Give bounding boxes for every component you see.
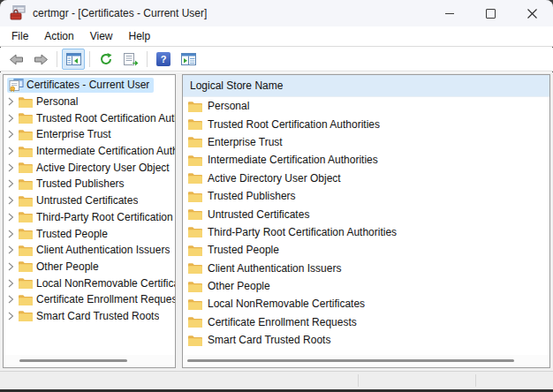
menu-file[interactable]: File (4, 27, 36, 45)
tree-item[interactable]: Active Directory User Object (4, 159, 175, 176)
list-item-label: Trusted Root Certification Authorities (208, 118, 380, 131)
forward-button[interactable] (29, 49, 52, 70)
tree-item[interactable]: Client Authentication Issuers (4, 242, 175, 259)
folder-icon (188, 191, 206, 202)
list-item-label: Trusted People (208, 244, 279, 256)
chevron-right-icon[interactable] (4, 213, 18, 222)
chevron-right-icon[interactable] (4, 163, 18, 172)
menu-view[interactable]: View (82, 27, 121, 45)
chevron-right-icon[interactable] (4, 279, 18, 288)
folder-icon (18, 211, 34, 222)
list-item[interactable]: Certificate Enrollment Requests (183, 313, 549, 331)
chevron-right-icon[interactable] (4, 114, 18, 123)
list-item-label: Local NonRemovable Certificates (208, 298, 365, 310)
tree-item[interactable]: Other People (4, 259, 175, 275)
chevron-right-icon[interactable] (4, 130, 18, 139)
folder-icon (18, 245, 34, 256)
tree-item[interactable]: Intermediate Certification Authorities (4, 143, 175, 160)
list-item[interactable]: Trusted People (183, 241, 549, 259)
console-tree: Certificates - Current User Personal (4, 77, 175, 324)
right-horizontal-scrollbar[interactable] (183, 355, 549, 366)
chevron-right-icon[interactable] (4, 147, 18, 155)
chevron-right-icon[interactable] (4, 230, 18, 238)
store-list-panel: Logical Store Name Personal Trusted Root… (182, 74, 550, 368)
certificate-store-icon (9, 79, 24, 92)
tree-item[interactable]: Trusted Root Certification Authorities (4, 109, 175, 126)
tree-item[interactable]: Third-Party Root Certification Authoriti… (4, 209, 175, 226)
tree-item[interactable]: Enterprise Trust (4, 126, 175, 143)
folder-icon (18, 178, 34, 190)
folder-icon (188, 226, 206, 237)
list-item[interactable]: Trusted Root Certification Authorities (183, 115, 549, 132)
folder-icon (18, 129, 34, 140)
tree-item[interactable]: Trusted People (4, 225, 175, 242)
chevron-right-icon[interactable] (4, 262, 18, 271)
tree-item-label: Smart Card Trusted Roots (36, 310, 159, 322)
title-bar: certmgr - [Certificates - Current User] (0, 0, 553, 26)
console-tree-icon (66, 53, 81, 65)
menu-action[interactable]: Action (36, 27, 81, 45)
tree-item-label: Trusted Publishers (36, 177, 125, 190)
back-button[interactable] (4, 49, 27, 70)
show-hide-console-tree-button[interactable] (62, 49, 85, 70)
close-button[interactable] (511, 0, 553, 26)
column-header-logical-store-name[interactable]: Logical Store Name (183, 75, 549, 97)
chevron-right-icon[interactable] (4, 295, 18, 304)
left-horizontal-scrollbar[interactable] (4, 355, 175, 366)
chevron-right-icon[interactable] (4, 245, 18, 254)
list-item[interactable]: Active Directory User Object (183, 170, 549, 187)
chevron-right-icon[interactable] (4, 196, 18, 205)
folder-icon (188, 118, 206, 130)
list-item[interactable]: Other People (183, 277, 549, 295)
list-item[interactable]: Trusted Publishers (183, 187, 549, 205)
folder-icon (18, 228, 34, 239)
chevron-right-icon[interactable] (4, 179, 18, 188)
left-scrollbar-thumb[interactable] (19, 359, 127, 362)
right-scrollbar-thumb[interactable] (187, 359, 514, 362)
refresh-button[interactable] (95, 49, 117, 70)
minimize-button[interactable] (428, 0, 470, 26)
help-button[interactable]: ? (152, 49, 175, 70)
refresh-icon (99, 52, 113, 66)
tree-root-certificates-current-user[interactable]: Certificates - Current User (4, 77, 175, 94)
menu-help[interactable]: Help (121, 27, 159, 45)
tree-item[interactable]: Trusted Publishers (4, 176, 175, 192)
help-icon: ? (156, 52, 170, 66)
list-item[interactable]: Personal (183, 97, 549, 115)
list-item-label: Intermediate Certification Authorities (208, 154, 378, 166)
chevron-right-icon[interactable] (4, 312, 18, 320)
tree-item[interactable]: Untrusted Certificates (4, 192, 175, 209)
folder-icon (188, 245, 206, 256)
toolbar: ? (0, 48, 553, 72)
tree-item-label: Untrusted Certificates (36, 194, 138, 207)
close-icon (527, 9, 537, 19)
chevron-right-icon[interactable] (4, 97, 18, 106)
list-item[interactable]: Smart Card Trusted Roots (183, 331, 549, 349)
list-item[interactable]: Untrusted Certificates (183, 205, 549, 222)
show-hide-action-pane-button[interactable] (177, 49, 200, 70)
back-arrow-icon (9, 54, 24, 65)
list-item[interactable]: Client Authentication Issuers (183, 260, 549, 277)
export-list-icon (124, 53, 139, 66)
tree-items: Personal Trusted Root Certification Auth… (4, 94, 175, 325)
tree-item[interactable]: Certificate Enrollment Requests (4, 291, 175, 308)
tree-item[interactable]: Smart Card Trusted Roots (4, 308, 175, 325)
list-item[interactable]: Third-Party Root Certification Authoriti… (183, 223, 549, 241)
list-item[interactable]: Local NonRemovable Certificates (183, 295, 549, 313)
tree-item-label: Trusted Root Certification Authorities (36, 112, 175, 124)
status-separator (358, 374, 359, 387)
list-item[interactable]: Enterprise Trust (183, 133, 549, 151)
folder-icon (188, 262, 206, 274)
folder-icon (18, 195, 34, 207)
list-item-label: Other People (208, 280, 270, 292)
tree-item[interactable]: Personal (4, 94, 175, 110)
certmgr-app-icon (9, 5, 27, 21)
status-bar (0, 371, 553, 389)
tree-root-selection: Certificates - Current User (7, 78, 154, 93)
list-item-label: Enterprise Trust (208, 136, 283, 148)
tree-root-label: Certificates - Current User (27, 79, 149, 91)
list-item[interactable]: Intermediate Certification Authorities (183, 151, 549, 169)
maximize-button[interactable] (470, 0, 511, 26)
export-list-button[interactable] (119, 49, 142, 70)
tree-item[interactable]: Local NonRemovable Certificates (4, 275, 175, 291)
